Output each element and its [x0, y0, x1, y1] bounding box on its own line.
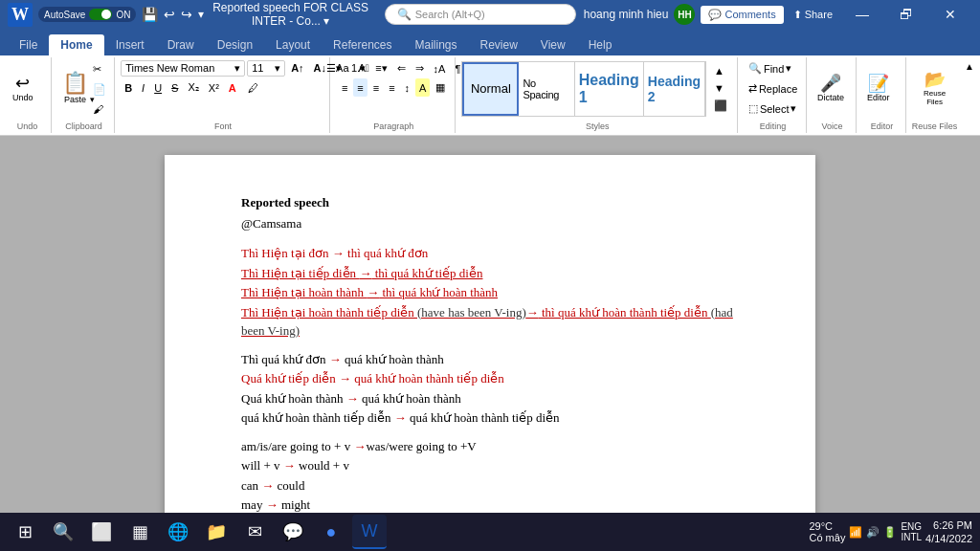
- multilevel-button[interactable]: ≡▾: [371, 59, 390, 77]
- tab-draw[interactable]: Draw: [156, 34, 206, 55]
- select-button[interactable]: ⬚ Select ▾: [745, 99, 801, 118]
- autosave-toggle[interactable]: AutoSave ON: [38, 7, 136, 22]
- editor-button[interactable]: 📝 Editor: [862, 72, 895, 105]
- tab-review[interactable]: Review: [469, 34, 529, 55]
- user-area: hoang minh hieu HH: [584, 4, 696, 25]
- font-size-selector[interactable]: 11 ▾: [247, 60, 285, 77]
- minimize-button[interactable]: —: [840, 0, 884, 29]
- restore-button[interactable]: 🗗: [884, 0, 928, 29]
- tab-references[interactable]: References: [322, 34, 403, 55]
- format-painter-icon: 🖌: [93, 103, 103, 115]
- align-right-button[interactable]: ≡: [369, 78, 383, 97]
- font-color-button[interactable]: A: [225, 79, 242, 97]
- mail-icon[interactable]: ✉: [237, 515, 272, 549]
- styles-up-button[interactable]: ▲: [710, 62, 731, 79]
- widgets-button[interactable]: ▦: [122, 515, 157, 549]
- undo-group-content: ↩ Undo: [8, 59, 47, 131]
- increase-indent-button[interactable]: ⇒: [412, 59, 428, 77]
- system-clock[interactable]: 6:26 PM 4/14/2022: [925, 518, 972, 546]
- cut-button[interactable]: ✂: [89, 60, 110, 78]
- doc-line-7: Quá khứ hoàn thành → quá khứ hoàn thành: [241, 389, 739, 408]
- select-icon: ⬚: [748, 102, 758, 115]
- style-normal[interactable]: Normal: [462, 62, 519, 116]
- superscript-button[interactable]: X²: [205, 79, 223, 97]
- reuse-files-button[interactable]: 📂 Reuse Files: [912, 68, 957, 109]
- quick-save-icon[interactable]: 💾: [142, 7, 158, 22]
- tab-design[interactable]: Design: [206, 34, 264, 55]
- line-spacing-button[interactable]: ↕: [401, 78, 414, 97]
- word-taskbar-icon[interactable]: W: [352, 515, 387, 549]
- undo-icon[interactable]: ↩: [164, 7, 175, 22]
- align-center-button[interactable]: ≡: [353, 78, 367, 97]
- explorer-icon[interactable]: 📁: [199, 515, 234, 549]
- taskview-button[interactable]: ⬜: [84, 515, 119, 549]
- shading-button[interactable]: A: [415, 78, 430, 97]
- find-button[interactable]: 🔍 Find ▾: [745, 59, 801, 77]
- tab-layout[interactable]: Layout: [264, 34, 322, 55]
- reuse-content: 📂 Reuse Files: [912, 59, 957, 131]
- share-button[interactable]: ⬆ Share: [786, 6, 840, 24]
- tab-home[interactable]: Home: [49, 34, 103, 55]
- format-painter-button[interactable]: 🖌: [89, 100, 110, 118]
- autosave-switch[interactable]: [89, 9, 112, 20]
- network-icon[interactable]: 📶: [849, 526, 862, 539]
- comments-button[interactable]: 💬 Comments: [701, 6, 783, 24]
- justify-button[interactable]: ≡: [385, 78, 398, 97]
- align-left-button[interactable]: ≡: [338, 78, 351, 97]
- bullets-button[interactable]: ☰▾: [323, 59, 345, 77]
- editor-group: 📝 Editor Editor: [858, 57, 906, 133]
- font-dropdown-icon: ▾: [234, 62, 240, 75]
- battery-icon[interactable]: 🔋: [883, 526, 897, 539]
- edge-icon[interactable]: 🌐: [161, 515, 195, 549]
- style-h1-label: Heading 1: [579, 72, 639, 106]
- styles-down-button[interactable]: ▼: [710, 79, 731, 97]
- user-avatar[interactable]: HH: [674, 4, 695, 25]
- underline-button[interactable]: U: [150, 79, 166, 97]
- search-taskbar-button[interactable]: 🔍: [46, 515, 80, 549]
- doc-title: Reported speech: [241, 193, 739, 212]
- italic-button[interactable]: I: [138, 79, 148, 97]
- replace-button[interactable]: ⇄ Replace: [745, 79, 801, 98]
- start-button[interactable]: ⊞: [8, 515, 42, 549]
- paste-button[interactable]: 📋 Paste ▾: [57, 70, 87, 107]
- volume-icon[interactable]: 🔊: [866, 526, 880, 539]
- paragraph-content: ☰▾ 1.▾ ≡▾ ⇐ ⇒ ↕A ¶ ≡ ≡ ≡ ≡ ↕ A ▦: [336, 59, 451, 131]
- close-button[interactable]: ✕: [928, 0, 972, 29]
- decrease-indent-button[interactable]: ⇐: [393, 59, 410, 77]
- paragraph-group-label: Paragraph: [332, 121, 455, 131]
- search-bar[interactable]: 🔍 Search (Alt+Q): [385, 4, 576, 25]
- style-no-spacing[interactable]: No Spacing: [519, 62, 574, 116]
- doc-line-5: Thì quá khứ đơn → quá khứ hoàn thành: [241, 350, 739, 369]
- subscript-button[interactable]: X₂: [184, 78, 202, 97]
- dictate-button[interactable]: 🎤 Dictate: [813, 72, 849, 105]
- bold-button[interactable]: B: [121, 79, 136, 97]
- language-indicator[interactable]: ENG INTL: [901, 521, 922, 542]
- teams-icon[interactable]: 💬: [276, 515, 310, 549]
- tab-insert[interactable]: Insert: [104, 34, 156, 55]
- styles-expand-button[interactable]: ⬛: [710, 97, 731, 115]
- ribbon-collapse[interactable]: ▲: [963, 57, 976, 133]
- chrome-icon[interactable]: ●: [314, 515, 348, 549]
- document-page[interactable]: Reported speech @Camsama Thì Hiện tại đơ…: [165, 155, 815, 536]
- sort-button[interactable]: ↕A: [430, 59, 450, 77]
- tab-view[interactable]: View: [529, 34, 577, 55]
- doc-subtitle: @Camsama: [241, 214, 739, 233]
- font-name-selector[interactable]: Times New Roman ▾: [121, 60, 245, 77]
- copy-button[interactable]: 📄: [89, 80, 110, 99]
- redo-icon[interactable]: ↪: [181, 7, 192, 22]
- increase-font-button[interactable]: A↑: [287, 59, 307, 77]
- editing-content: 🔍 Find ▾ ⇄ Replace ⬚ Select ▾: [744, 59, 802, 131]
- tab-help[interactable]: Help: [577, 34, 624, 55]
- borders-button[interactable]: ▦: [432, 78, 449, 97]
- highlight-button[interactable]: 🖊: [244, 79, 262, 97]
- document-area[interactable]: Reported speech @Camsama Thì Hiện tại đơ…: [0, 136, 980, 536]
- style-heading1[interactable]: Heading 1: [575, 62, 644, 116]
- tab-file[interactable]: File: [8, 34, 49, 55]
- clipboard-content: 📋 Paste ▾ ✂ 📄 🖌: [57, 59, 110, 131]
- undo-button[interactable]: ↩ Undo: [8, 72, 38, 105]
- numbering-button[interactable]: 1.▾: [347, 59, 369, 77]
- strikethrough-button[interactable]: S: [167, 79, 182, 97]
- styles-group-label: Styles: [457, 121, 737, 131]
- style-heading2[interactable]: Heading 2: [644, 62, 705, 116]
- tab-mailings[interactable]: Mailings: [403, 34, 468, 55]
